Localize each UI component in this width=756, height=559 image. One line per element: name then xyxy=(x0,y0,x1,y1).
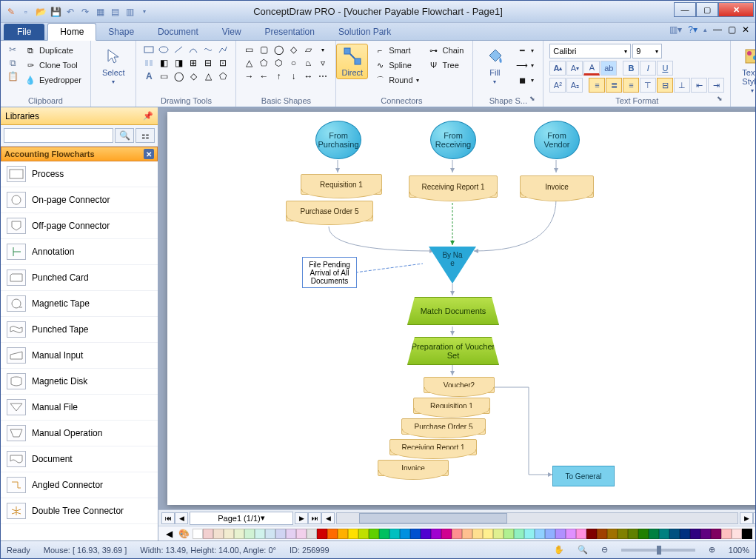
shapestyle-launcher[interactable]: ⬊ xyxy=(528,95,537,104)
minimize-button[interactable]: ― xyxy=(674,2,696,17)
copy-icon[interactable]: ⧉ xyxy=(7,57,19,69)
color-swatch[interactable] xyxy=(317,529,327,539)
color-swatch[interactable] xyxy=(193,529,203,539)
tool-rect[interactable] xyxy=(142,44,155,56)
mdi-close-icon[interactable]: ✕ xyxy=(742,24,749,35)
tool-curve[interactable] xyxy=(201,44,215,56)
color-swatch[interactable] xyxy=(659,529,669,539)
underline-button[interactable]: U xyxy=(657,61,673,76)
color-swatch[interactable] xyxy=(514,529,524,539)
hscroll-thumb[interactable] xyxy=(359,513,507,523)
collapse-ribbon-icon[interactable]: ▴ xyxy=(703,26,707,33)
color-swatch[interactable] xyxy=(607,529,618,539)
shape-more2[interactable]: ▿ xyxy=(316,57,330,69)
node-req1b[interactable]: Requisition 1 xyxy=(413,398,490,414)
shape-tri[interactable]: △ xyxy=(242,57,255,69)
lib-item-process[interactable]: Process xyxy=(1,161,158,187)
shape-oct[interactable]: ○ xyxy=(287,57,300,69)
color-swatch[interactable] xyxy=(441,529,452,539)
window-switch-icon[interactable]: ▥▾ xyxy=(669,24,682,35)
page-next[interactable]: ▶ xyxy=(295,512,308,524)
node-file-pending[interactable]: File Pending Arrival of All Documents xyxy=(302,257,357,288)
options-button[interactable]: ⚏ xyxy=(136,128,155,143)
pan-tool-icon[interactable]: ✋ xyxy=(554,545,564,555)
color-swatch[interactable] xyxy=(649,529,659,539)
line-style[interactable]: ━▾ xyxy=(513,44,537,57)
file-tab[interactable]: File xyxy=(4,24,44,40)
direct-connector[interactable]: Direct xyxy=(336,44,368,79)
color-swatch[interactable] xyxy=(369,529,379,539)
color-swatch[interactable] xyxy=(358,529,369,539)
color-swatch[interactable] xyxy=(400,529,410,539)
zoom-value[interactable]: 100% xyxy=(729,546,749,555)
color-swatch[interactable] xyxy=(628,529,638,539)
color-swatch[interactable] xyxy=(504,529,514,539)
text-style-button[interactable]: Text Style▾ xyxy=(737,44,756,96)
shape-arr4[interactable]: ↓ xyxy=(287,70,300,82)
node-invoice[interactable]: Invoice xyxy=(520,175,594,198)
color-swatch[interactable] xyxy=(275,529,286,539)
lib-item-manualinput[interactable]: Manual Input xyxy=(1,343,158,369)
hscroll-left[interactable]: ◀ xyxy=(321,512,335,524)
bold-button[interactable]: B xyxy=(623,61,639,76)
qat-save-icon[interactable]: 💾 xyxy=(50,6,61,18)
indent-dec[interactable]: ⇤ xyxy=(691,78,707,93)
shape-more3[interactable]: ⋯ xyxy=(316,70,330,82)
maximize-button[interactable]: ▢ xyxy=(696,2,718,17)
shadow-btn[interactable]: ◼▾ xyxy=(513,73,537,87)
tool-polyline[interactable] xyxy=(216,44,230,56)
color-swatch[interactable] xyxy=(213,529,224,539)
color-swatch[interactable] xyxy=(680,529,690,539)
font-color[interactable]: A xyxy=(583,61,600,76)
node-prep[interactable]: Preparation of Voucher Set xyxy=(407,337,499,365)
color-swatch[interactable] xyxy=(410,529,421,539)
shape-hex[interactable]: ⬡ xyxy=(272,57,285,69)
color-swatch[interactable] xyxy=(700,529,711,539)
color-swatch[interactable] xyxy=(452,529,462,539)
node-po5[interactable]: Purchase Order 5 xyxy=(286,201,373,221)
color-swatch[interactable] xyxy=(586,529,597,539)
font-size-combo[interactable]: 9▾ xyxy=(632,44,662,58)
color-swatch[interactable] xyxy=(524,529,535,539)
tool-t5[interactable]: △ xyxy=(201,70,215,82)
tool-align1[interactable] xyxy=(142,57,155,69)
tool-align3[interactable]: ◨ xyxy=(172,57,185,69)
palette-next[interactable]: ▶ xyxy=(752,529,755,539)
qat-more-icon[interactable]: ▾ xyxy=(138,6,150,18)
tool-line[interactable] xyxy=(172,44,185,56)
lib-item-punchedtape[interactable]: Punched Tape xyxy=(1,317,158,343)
smart-connector[interactable]: ⌐Smart xyxy=(371,44,421,57)
qat-page-icon[interactable]: ▤ xyxy=(109,6,121,18)
shape-diamond[interactable]: ◇ xyxy=(287,44,300,56)
shape-ellipse[interactable]: ◯ xyxy=(272,44,285,56)
color-swatch[interactable] xyxy=(234,529,244,539)
color-swatch[interactable] xyxy=(348,529,358,539)
color-swatch[interactable] xyxy=(555,529,566,539)
tab-shape[interactable]: Shape xyxy=(96,24,146,40)
search-input[interactable] xyxy=(4,128,113,143)
shrink-font[interactable]: A▾ xyxy=(566,61,583,76)
lib-item-magdisk[interactable]: Magnetic Disk xyxy=(1,369,158,395)
color-swatch[interactable] xyxy=(690,529,700,539)
search-button[interactable]: 🔍 xyxy=(115,128,134,143)
mdi-max-icon[interactable]: ▢ xyxy=(728,24,736,35)
color-swatch[interactable] xyxy=(327,529,338,539)
chain-connector[interactable]: ⊶Chain xyxy=(425,44,467,57)
page-last[interactable]: ⏭ xyxy=(308,512,321,524)
shape-arr5[interactable]: ↔ xyxy=(301,70,315,82)
color-swatch[interactable] xyxy=(224,529,234,539)
tab-solution-park[interactable]: Solution Park xyxy=(327,24,403,40)
page-first[interactable]: ⏮ xyxy=(161,512,175,524)
color-swatch[interactable] xyxy=(431,529,441,539)
align-top[interactable]: ⊤ xyxy=(640,78,656,93)
shape-rect[interactable]: ▭ xyxy=(242,44,255,56)
tab-home[interactable]: Home xyxy=(47,23,96,41)
select-tool[interactable]: Select▾ xyxy=(97,44,130,87)
node-po5b[interactable]: Purchase Order 5 xyxy=(401,418,486,435)
color-swatch[interactable] xyxy=(618,529,628,539)
spline-connector[interactable]: ∿Spline xyxy=(371,58,421,72)
tool-align6[interactable]: ⊡ xyxy=(216,57,230,69)
zoom-icon[interactable]: 🔍 xyxy=(578,545,588,555)
lib-item-onpage[interactable]: On-page Connector xyxy=(1,187,158,213)
tree-connector[interactable]: ΨTree xyxy=(425,58,467,72)
